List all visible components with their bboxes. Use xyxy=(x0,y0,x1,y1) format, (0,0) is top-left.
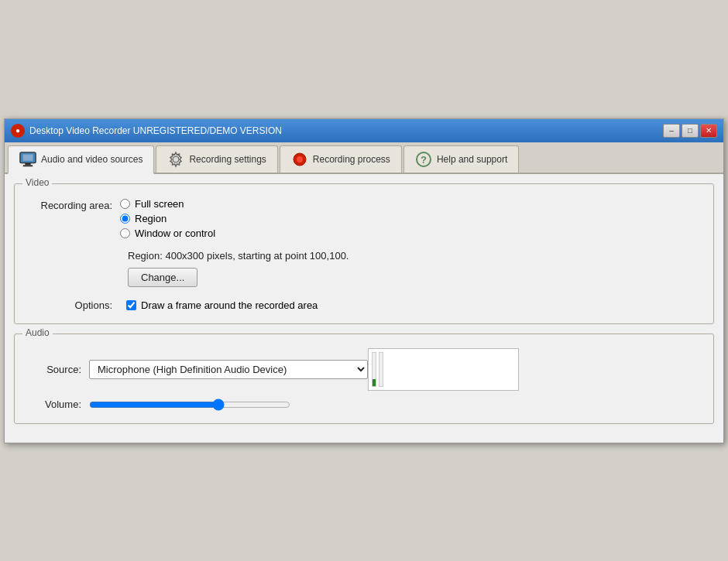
radio-window[interactable] xyxy=(120,228,130,238)
app-icon: ● xyxy=(11,124,25,138)
minimize-button[interactable]: – xyxy=(663,124,680,138)
svg-rect-1 xyxy=(23,154,33,160)
recording-area-options: Full screen Region Window or control xyxy=(120,198,215,239)
tab-recording-settings[interactable]: Recording settings xyxy=(156,145,277,173)
tab-help-support[interactable]: ? Help and support xyxy=(403,145,519,173)
source-label: Source: xyxy=(27,364,89,375)
meter-bar-2 xyxy=(379,352,383,387)
options-row: Options: Draw a frame around the recorde… xyxy=(27,299,701,311)
svg-rect-3 xyxy=(23,165,33,166)
recording-area-label: Recording area: xyxy=(27,200,120,211)
tab-audio-video[interactable]: Audio and video sources xyxy=(8,145,154,174)
tab-audio-video-label: Audio and video sources xyxy=(41,154,143,165)
app-window: ● Desktop Video Recorder UNREGISTERED/DE… xyxy=(4,118,724,443)
change-button[interactable]: Change... xyxy=(128,268,197,287)
draw-frame-label: Draw a frame around the recorded area xyxy=(141,299,318,311)
maximize-button[interactable]: □ xyxy=(682,124,699,138)
region-info: Region: 400x300 pixels, starting at poin… xyxy=(128,250,701,262)
volume-slider[interactable] xyxy=(89,399,290,411)
audio-group: Audio Source: Microphone (High Definitio… xyxy=(14,334,714,424)
svg-point-5 xyxy=(173,157,178,162)
title-bar: ● Desktop Video Recorder UNREGISTERED/DE… xyxy=(5,119,723,142)
gear-icon xyxy=(167,151,184,168)
video-group-label: Video xyxy=(22,177,52,188)
radio-region[interactable] xyxy=(120,214,130,224)
volume-row: Volume: xyxy=(27,399,701,411)
radio-region-label: Region xyxy=(135,213,167,224)
audio-meter xyxy=(368,348,519,391)
svg-rect-2 xyxy=(25,162,30,165)
svg-text:?: ? xyxy=(421,154,427,166)
meter-fill-1 xyxy=(373,379,376,386)
volume-label: Volume: xyxy=(27,399,89,410)
radio-row-region: Region xyxy=(120,213,215,224)
tab-bar: Audio and video sources Recording settin… xyxy=(5,142,723,174)
tab-recording-process-label: Recording process xyxy=(313,154,390,165)
source-select[interactable]: Microphone (High Definition Audio Device… xyxy=(89,360,368,379)
content-area: Video Recording area: Full screen Region xyxy=(5,174,723,443)
close-button[interactable]: ✕ xyxy=(700,124,717,138)
tab-help-support-label: Help and support xyxy=(437,154,507,165)
audio-group-label: Audio xyxy=(22,327,53,338)
recording-area-row: Recording area: Full screen Region Wi xyxy=(27,198,701,239)
region-info-text: Region: 400x300 pixels, starting at poin… xyxy=(128,250,349,262)
audio-section: Source: Microphone (High Definition Audi… xyxy=(27,348,701,411)
radio-row-window: Window or control xyxy=(120,227,215,239)
radio-fullscreen[interactable] xyxy=(120,199,130,209)
draw-frame-checkbox[interactable] xyxy=(126,300,136,310)
svg-point-7 xyxy=(297,156,303,162)
window-title: Desktop Video Recorder UNREGISTERED/DEMO… xyxy=(29,125,282,136)
options-label: Options: xyxy=(27,299,120,311)
radio-window-label: Window or control xyxy=(135,227,215,239)
tab-recording-process[interactable]: Recording process xyxy=(280,145,402,173)
radio-row-fullscreen: Full screen xyxy=(120,198,215,210)
tab-recording-settings-label: Recording settings xyxy=(189,154,266,165)
monitor-icon xyxy=(19,151,36,168)
meter-bar-1 xyxy=(372,352,376,387)
video-section: Recording area: Full screen Region Wi xyxy=(27,198,701,311)
source-row: Source: Microphone (High Definition Audi… xyxy=(27,348,701,391)
help-icon: ? xyxy=(415,151,432,168)
window-controls: – □ ✕ xyxy=(663,124,717,138)
title-bar-left: ● Desktop Video Recorder UNREGISTERED/DE… xyxy=(11,124,282,138)
video-group: Video Recording area: Full screen Region xyxy=(14,183,714,324)
radio-fullscreen-label: Full screen xyxy=(135,198,184,210)
record-icon xyxy=(291,151,308,168)
draw-frame-row: Draw a frame around the recorded area xyxy=(126,299,318,311)
